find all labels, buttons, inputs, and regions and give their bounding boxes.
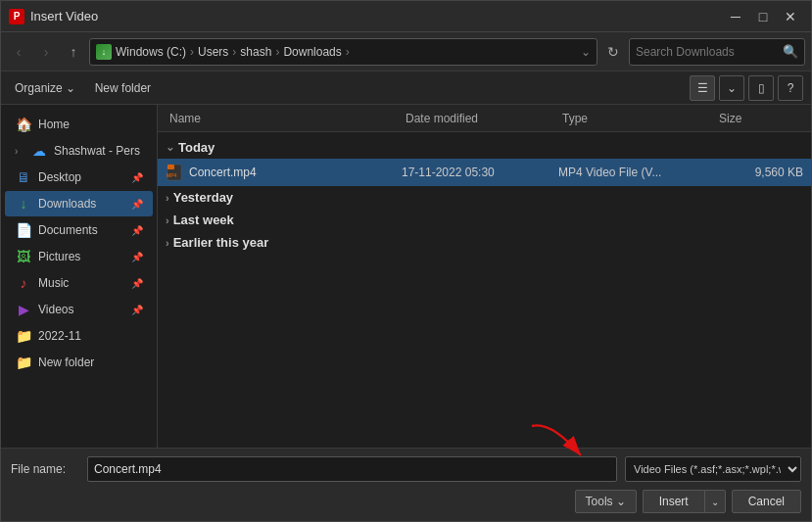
group-label: Yesterday <box>173 190 233 205</box>
filename-row: File name: Video Files (*.asf;*.asx;*.wp… <box>11 456 801 482</box>
pin-icon: 📌 <box>131 199 143 210</box>
mp4-file-icon: MP4 <box>166 164 183 181</box>
name-column-header[interactable]: Name <box>166 112 402 125</box>
file-name-cell: MP4 Concert.mp4 <box>166 164 402 181</box>
svg-rect-1 <box>167 165 174 169</box>
minimize-button[interactable]: ─ <box>723 4 748 29</box>
refresh-button[interactable]: ↻ <box>601 40 625 64</box>
pin-icon: 📌 <box>131 172 143 183</box>
close-button[interactable]: ✕ <box>778 4 803 29</box>
view-dropdown-button[interactable]: ⌄ <box>719 75 744 101</box>
help-button[interactable]: ? <box>778 75 803 101</box>
file-area: Name Date modified Type Size ⌄ Today <box>158 105 811 448</box>
preview-pane-button[interactable]: ▯ <box>748 75 774 101</box>
pin-icon: 📌 <box>131 278 143 289</box>
file-name-text: Concert.mp4 <box>189 166 257 179</box>
back-button[interactable]: ‹ <box>7 40 30 64</box>
new-folder-button[interactable]: New folder <box>89 78 157 98</box>
forward-button[interactable]: › <box>34 40 58 64</box>
tools-label: Tools <box>586 495 613 508</box>
group-earlier[interactable]: › Earlier this year <box>158 231 811 254</box>
date-column-header[interactable]: Date modified <box>402 112 558 125</box>
content-area: 🏠 Home › ☁ Shashwat - Pers 🖥 Desktop 📌 ↓… <box>1 105 811 448</box>
path-user: shash <box>240 45 271 59</box>
organize-button[interactable]: Organize ⌄ <box>9 78 81 98</box>
address-bar: ‹ › ↑ ↓ Windows (C:) › Users › shash › D… <box>1 32 811 71</box>
organize-dropdown-icon: ⌄ <box>66 81 75 95</box>
sidebar-item-music[interactable]: ♪ Music 📌 <box>5 270 153 296</box>
filetype-select[interactable]: Video Files (*.asf;*.asx;*.wpl;*.w <box>625 456 801 482</box>
sidebar-item-label: Documents <box>38 223 98 237</box>
path-folder: Downloads <box>283 45 341 59</box>
search-input[interactable] <box>636 45 779 59</box>
today-chevron-icon: ⌄ <box>166 141 174 154</box>
sidebar-item-label: Videos <box>38 303 73 316</box>
folder-icon: 📁 <box>15 327 32 345</box>
sidebar-item-label: Shashwat - Pers <box>54 144 140 158</box>
sidebar-item-downloads[interactable]: ↓ Downloads 📌 <box>5 191 153 216</box>
yesterday-chevron-icon: › <box>166 192 169 204</box>
group-lastweek[interactable]: › Last week <box>158 209 811 231</box>
path-drive-icon: ↓ <box>96 44 112 60</box>
sidebar-item-cloud[interactable]: › ☁ Shashwat - Pers <box>5 138 153 164</box>
sidebar-item-pictures[interactable]: 🖼 Pictures 📌 <box>5 244 153 269</box>
group-label: Earlier this year <box>173 235 269 250</box>
sidebar-item-folder2[interactable]: 📁 New folder <box>5 350 153 375</box>
search-icon: 🔍 <box>783 44 798 59</box>
path-drive: Windows (C:) <box>116 45 186 59</box>
pin-icon: 📌 <box>131 225 143 236</box>
button-row: Tools ⌄ Insert ⌄ Cancel <box>11 490 801 513</box>
app-icon: P <box>9 9 24 24</box>
documents-icon: 📄 <box>15 221 32 239</box>
toolbar: Organize ⌄ New folder ☰ ⌄ ▯ ? <box>1 71 811 105</box>
earlier-chevron-icon: › <box>166 237 169 249</box>
insert-button[interactable]: Insert <box>643 490 704 513</box>
file-size-cell: 9,560 KB <box>715 166 803 179</box>
title-bar: P Insert Video ─ □ ✕ <box>1 1 811 32</box>
size-column-header[interactable]: Size <box>715 112 803 125</box>
file-list: ⌄ Today MP4 Concert.mp4 <box>158 132 811 448</box>
path-users: Users <box>198 45 228 59</box>
details-view-button[interactable]: ☰ <box>690 75 715 101</box>
type-column-header[interactable]: Type <box>558 112 715 125</box>
path-bar[interactable]: ↓ Windows (C:) › Users › shash › Downloa… <box>89 38 597 66</box>
desktop-icon: 🖥 <box>15 168 32 186</box>
sidebar-item-desktop[interactable]: 🖥 Desktop 📌 <box>5 165 153 190</box>
group-yesterday[interactable]: › Yesterday <box>158 186 811 209</box>
pin-icon: 📌 <box>131 305 143 315</box>
insert-button-group: Insert ⌄ <box>643 490 726 513</box>
new-folder-label: New folder <box>95 81 151 95</box>
cancel-button[interactable]: Cancel <box>732 490 801 513</box>
sidebar-item-label: Music <box>38 276 69 290</box>
up-button[interactable]: ↑ <box>62 40 85 64</box>
sidebar-item-documents[interactable]: 📄 Documents 📌 <box>5 217 153 243</box>
sidebar: 🏠 Home › ☁ Shashwat - Pers 🖥 Desktop 📌 ↓… <box>1 105 158 448</box>
filename-label: File name: <box>11 462 79 476</box>
bottom-bar: File name: Video Files (*.asf;*.asx;*.wp… <box>1 448 811 521</box>
sidebar-item-label: Home <box>38 118 70 131</box>
insert-dropdown-button[interactable]: ⌄ <box>704 490 726 513</box>
pictures-icon: 🖼 <box>15 248 32 265</box>
sidebar-item-label: Pictures <box>38 250 80 263</box>
sidebar-item-label: Desktop <box>38 170 81 184</box>
sidebar-item-videos[interactable]: ▶ Videos 📌 <box>5 297 153 322</box>
pin-icon: 📌 <box>131 252 143 262</box>
group-today[interactable]: ⌄ Today <box>158 136 811 159</box>
group-label: Today <box>178 140 215 155</box>
sidebar-item-home[interactable]: 🏠 Home <box>5 112 153 137</box>
filename-input[interactable] <box>87 456 617 482</box>
svg-text:MP4: MP4 <box>167 172 177 178</box>
folder-icon: 📁 <box>15 354 32 371</box>
maximize-button[interactable]: □ <box>750 4 776 29</box>
window-controls: ─ □ ✕ <box>723 4 803 29</box>
music-icon: ♪ <box>15 274 32 292</box>
search-box[interactable]: 🔍 <box>629 38 805 66</box>
dialog-title: Insert Video <box>30 9 723 24</box>
table-row[interactable]: MP4 Concert.mp4 17-11-2022 05:30 MP4 Vid… <box>158 159 811 186</box>
sidebar-item-folder1[interactable]: 📁 2022-11 <box>5 323 153 349</box>
tools-button[interactable]: Tools ⌄ <box>575 490 637 513</box>
videos-icon: ▶ <box>15 301 32 318</box>
path-dropdown-icon[interactable]: ⌄ <box>581 45 591 59</box>
cloud-icon: ☁ <box>30 142 48 160</box>
toolbar-right: ☰ ⌄ ▯ ? <box>690 75 803 101</box>
